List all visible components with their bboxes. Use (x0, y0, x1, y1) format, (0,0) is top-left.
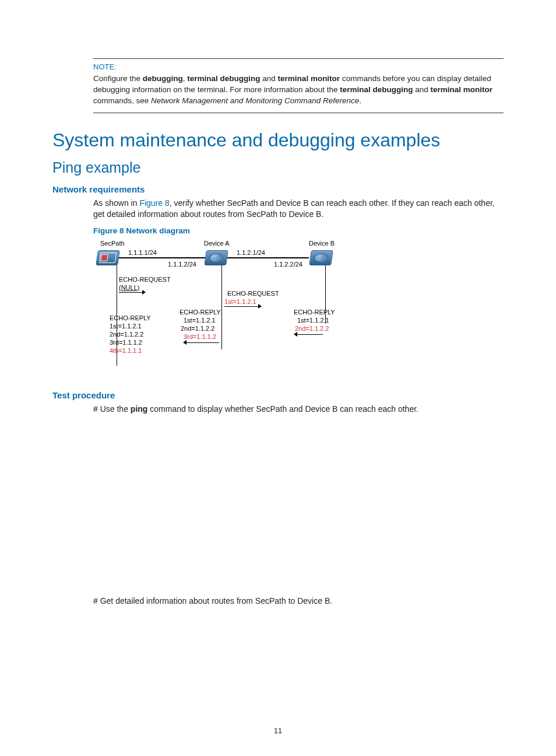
reply-line: 2nd=1.1.2.2 (110, 331, 143, 338)
text-bold: terminal debugging (187, 74, 260, 83)
reply-line-new: 1st=1.1.2.1 (224, 298, 256, 305)
text-bold: terminal debugging (340, 85, 413, 94)
arrow-line (186, 342, 219, 343)
arrow-line (297, 334, 323, 335)
note-text: Configure the debugging, terminal debugg… (93, 74, 504, 107)
reply-line: 1st=1.1.2.1 (297, 317, 329, 324)
router-a-icon (204, 250, 228, 265)
echo-reply-label: ECHO-REPLY (180, 309, 221, 316)
figure-caption: Figure 8 Network diagram (93, 226, 504, 235)
link-line (227, 257, 309, 258)
text: . (359, 96, 361, 105)
note-box: NOTE: Configure the debugging, terminal … (93, 58, 504, 113)
text-italic: Network Management and Monitoring Comman… (151, 96, 359, 105)
text-bold: terminal monitor (278, 74, 340, 83)
paragraph-test2: # Get detailed information about routes … (93, 596, 504, 607)
ip-label: 1.1.1.1/24 (128, 249, 157, 256)
arrow-line (224, 306, 258, 307)
arrow-left-icon (183, 340, 186, 345)
arrow-right-icon (258, 304, 262, 309)
echo-reply-label: ECHO-REPLY (110, 314, 151, 321)
link-line (119, 257, 205, 258)
text: As shown in (93, 198, 139, 208)
heading-2: Ping example (52, 159, 504, 176)
reply-line-new: 2nd=1.1.2.2 (295, 325, 329, 332)
vline (221, 265, 222, 349)
text-bold: terminal monitor (431, 85, 493, 94)
label-device-a: Device A (204, 240, 229, 247)
reply-line: 1st=1.1.2.1 (110, 323, 142, 330)
ip-label: 1.1.2.2/24 (274, 261, 302, 268)
label-secpath: SecPath (100, 240, 125, 247)
arrow-line (119, 292, 142, 293)
text-bold: debugging (143, 74, 183, 83)
text: command to display whether SecPath and D… (147, 404, 418, 414)
page-number: 11 (0, 727, 556, 735)
router-b-icon (309, 250, 333, 265)
ip-label: 1.1.2.1/24 (237, 249, 265, 256)
reply-line-new: 4th=1.1.1.1 (110, 347, 142, 354)
echo-request-label: ECHO-REQUEST (227, 290, 279, 297)
paragraph-netreq: As shown in Figure 8, verify whether Sec… (93, 198, 504, 220)
text: commands, see (93, 96, 151, 105)
heading-3-network-requirements: Network requirements (52, 184, 504, 194)
null-label: (NULL) (119, 284, 139, 291)
echo-reply-label: ECHO-REPLY (294, 309, 335, 316)
text: and (261, 74, 278, 83)
page: NOTE: Configure the debugging, terminal … (0, 0, 556, 756)
text: Configure the (93, 74, 143, 83)
reply-line: 2nd=1.1.2.2 (181, 325, 214, 332)
ip-label: 1.1.1.2/24 (168, 261, 196, 268)
secpath-icon (96, 250, 120, 265)
echo-request-label: ECHO-REQUEST (119, 276, 171, 283)
heading-3-test-procedure: Test procedure (52, 390, 504, 400)
label-device-b: Device B (309, 240, 335, 247)
text: and (413, 85, 431, 94)
paragraph-test1: # Use the ping command to display whethe… (93, 404, 504, 415)
heading-1: System maintenance and debugging example… (52, 130, 504, 151)
figure-link[interactable]: Figure 8 (139, 198, 169, 208)
reply-line: 1st=1.1.2.1 (184, 317, 216, 324)
reply-line: 3rd=1.1.1.2 (110, 339, 142, 346)
note-label: NOTE: (93, 62, 504, 71)
arrow-left-icon (294, 332, 297, 337)
text-bold: ping (131, 404, 148, 414)
reply-line-new: 3rd=1.1.1.2 (184, 333, 216, 340)
text: # Use the (93, 404, 131, 414)
arrow-right-icon (142, 290, 146, 295)
network-diagram: SecPath Device A Device B 1.1.1.1/24 1.1… (93, 240, 504, 374)
